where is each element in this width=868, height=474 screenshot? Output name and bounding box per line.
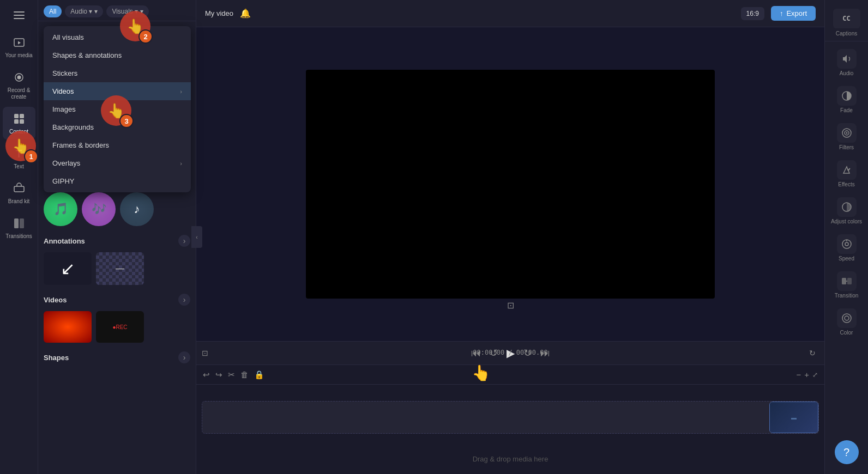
transitions-icon <box>11 216 27 231</box>
time-display: 00:00.00 / 00:00.00 <box>473 349 547 356</box>
videos-chevron: › <box>180 88 182 95</box>
right-tool-fade[interactable]: Fade <box>828 82 866 118</box>
dropdown-item-backgrounds[interactable]: Backgrounds <box>44 118 191 136</box>
annotation-thumb-1[interactable]: ↙ <box>44 252 92 285</box>
annotation-thumb-2[interactable]: — <box>96 252 144 285</box>
right-tool-adjust-colors[interactable]: Adjust colors <box>828 193 866 229</box>
right-tool-transition[interactable]: Transition <box>828 267 866 303</box>
overlays-chevron: › <box>180 160 182 167</box>
sidebar-item-your-media[interactable]: Your media <box>3 31 35 63</box>
svg-rect-8 <box>14 218 19 228</box>
record-label: Record &create <box>8 87 31 100</box>
shapes-section-header[interactable]: Shapes › <box>44 351 190 363</box>
filter-all-btn[interactable]: All <box>44 5 62 17</box>
music-thumb-3[interactable]: ♪ <box>120 192 154 226</box>
svg-point-13 <box>846 132 847 134</box>
right-tool-color[interactable]: Color <box>828 304 866 340</box>
sidebar-item-transitions[interactable]: Transitions <box>3 211 35 244</box>
help-button[interactable]: ? <box>835 440 859 464</box>
sidebar-item-text[interactable]: T Text <box>3 142 35 174</box>
captions-label: Captions <box>836 31 857 37</box>
dropdown-item-videos[interactable]: Videos › <box>44 82 191 100</box>
record-icon <box>11 70 27 85</box>
loop-icon[interactable]: ↻ <box>809 349 816 357</box>
video-thumb-2[interactable]: ●REC <box>96 311 144 343</box>
main-area: My video 🔔 16:9 ↑ Export ⊡ ⏮ ↺ ▶ ↻ ⏭ 00:… <box>196 0 824 474</box>
dropdown-item-images[interactable]: Images <box>44 100 191 118</box>
timeline-clip[interactable]: ▬ <box>769 402 818 433</box>
videos-section: Videos › ●REC <box>44 294 190 343</box>
svg-point-21 <box>842 314 851 323</box>
text-label: Text <box>14 163 23 170</box>
cut-icon[interactable]: ✂ <box>228 370 235 380</box>
annotations-section-header[interactable]: Annotations › <box>44 235 190 247</box>
timeline-area: ↩ ↪ ✂ 🗑 🔒 − + ⤢ ▬ Drag & drop media here <box>196 365 824 474</box>
svg-rect-18 <box>842 278 846 284</box>
right-tool-audio[interactable]: Audio <box>828 45 866 81</box>
dropdown-item-frames[interactable]: Frames & borders <box>44 136 191 154</box>
shapes-title: Shapes <box>44 354 69 362</box>
your-media-icon <box>11 35 27 50</box>
annotations-thumbs: ↙ — <box>44 252 190 285</box>
color-tool-icon <box>837 308 857 328</box>
sidebar-item-content[interactable]: Content <box>3 107 35 139</box>
dropdown-item-overlays[interactable]: Overlays › <box>44 154 191 172</box>
shapes-section: Shapes › <box>44 351 190 363</box>
music-thumb-2[interactable]: 🎶 <box>82 192 116 226</box>
filter-visuals-btn[interactable]: Visuals ▾ ▾ <box>106 5 149 17</box>
zoom-out-icon[interactable]: − <box>796 370 801 379</box>
dropdown-item-shapes[interactable]: Shapes & annotations <box>44 46 191 64</box>
svg-rect-9 <box>20 218 24 228</box>
undo-icon[interactable]: ↩ <box>203 370 210 380</box>
transitions-label: Transitions <box>5 233 32 240</box>
captions-icon: CC <box>833 9 860 28</box>
annotations-section: Annotations › ↙ — <box>44 235 190 285</box>
content-label: Content <box>9 129 28 135</box>
adjust-colors-tool-icon <box>837 197 857 217</box>
svg-point-22 <box>845 316 849 320</box>
svg-rect-3 <box>14 114 19 118</box>
videos-section-header[interactable]: Videos › <box>44 294 190 306</box>
export-btn[interactable]: ↑ Export <box>771 6 816 21</box>
zoom-in-icon[interactable]: + <box>804 370 809 379</box>
image-overlay-icon[interactable]: ⊡ <box>202 349 208 357</box>
left-sidebar: Your media Record &create Content T Text <box>0 0 38 474</box>
filter-audio-btn[interactable]: Audio ▾ ▾ <box>65 5 103 17</box>
sidebar-item-brand-kit[interactable]: Brand kit <box>3 177 35 209</box>
fade-tool-label: Fade <box>840 107 853 113</box>
collapse-panel-btn[interactable]: ‹ <box>191 226 202 248</box>
dropdown-item-all-visuals[interactable]: All visuals <box>44 28 191 46</box>
subtitles-icon[interactable]: ⊡ <box>507 300 514 311</box>
fade-tool-icon <box>837 86 857 106</box>
hamburger-menu[interactable] <box>3 4 35 26</box>
help-icon: ? <box>843 446 849 459</box>
your-media-label: Your media <box>5 52 32 59</box>
effects-tool-label: Effects <box>838 181 854 187</box>
dropdown-item-giphy[interactable]: GIPHY <box>44 172 191 190</box>
content-panel: All Audio ▾ ▾ Visuals ▾ ▾ All visuals Sh… <box>38 0 196 474</box>
right-tool-speed[interactable]: Speed <box>828 230 866 266</box>
timeline-track: ▬ <box>202 401 819 434</box>
videos-thumbs: ●REC <box>44 311 190 343</box>
brand-kit-icon <box>11 181 27 196</box>
visuals-dropdown-menu: All visuals Shapes & annotations Sticker… <box>44 26 191 192</box>
redo-icon[interactable]: ↪ <box>215 370 222 380</box>
project-title[interactable]: My video <box>205 9 233 17</box>
lock-icon[interactable]: 🔒 <box>254 370 264 380</box>
videos-arrow: › <box>178 294 190 306</box>
shapes-arrow: › <box>178 351 190 363</box>
filter-bar: All Audio ▾ ▾ Visuals ▾ ▾ <box>38 0 196 21</box>
fit-icon[interactable]: ⤢ <box>812 371 818 379</box>
video-preview <box>306 70 715 299</box>
dropdown-item-stickers[interactable]: Stickers <box>44 64 191 82</box>
svg-rect-4 <box>20 114 24 118</box>
filters-tool-label: Filters <box>839 144 854 150</box>
aspect-ratio-btn[interactable]: 16:9 <box>741 7 764 20</box>
right-tool-filters[interactable]: Filters <box>828 119 866 155</box>
delete-icon[interactable]: 🗑 <box>240 370 249 379</box>
music-thumb-1[interactable]: 🎵 <box>44 192 77 226</box>
sidebar-item-record[interactable]: Record &create <box>3 65 35 105</box>
right-tool-effects[interactable]: Effects <box>828 156 866 192</box>
video-thumb-1[interactable] <box>44 311 92 343</box>
notification-icon[interactable]: 🔔 <box>240 8 251 19</box>
